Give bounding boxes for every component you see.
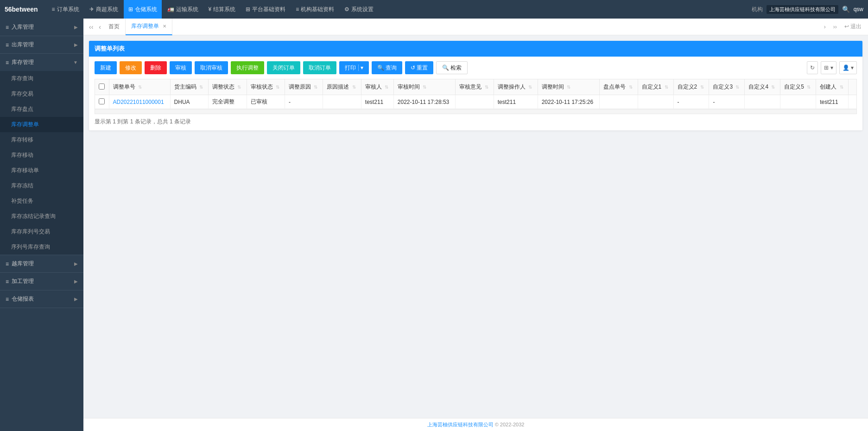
crossdock-group-icon: ≡	[6, 261, 9, 267]
nav-item-institution[interactable]: ≡ 机构基础资料	[291, 0, 339, 19]
td-count-order-no	[600, 95, 638, 109]
th-custom5[interactable]: 自定义5 ⇅	[780, 79, 816, 95]
sidebar-item-inventory-freeze[interactable]: 库存冻结	[0, 178, 83, 193]
query-button[interactable]: 🔍 查询	[372, 61, 402, 74]
table-header-row: 调整单号 ⇅ 货主编码 ⇅ 调整状态 ⇅	[95, 79, 856, 95]
delete-button[interactable]: 删除	[145, 61, 167, 74]
th-custom1[interactable]: 自定义1 ⇅	[638, 79, 673, 95]
td-approve-comment	[456, 95, 494, 109]
print-button[interactable]: 打印 ▾	[339, 61, 369, 74]
th-custom2[interactable]: 自定义2 ⇅	[673, 79, 709, 95]
execute-button[interactable]: 执行调整	[231, 61, 264, 74]
inventory-group-icon: ≡	[6, 59, 9, 66]
th-adjust-time[interactable]: 调整时间 ⇅	[538, 79, 599, 95]
th-approve-comment[interactable]: 审核意见 ⇅	[456, 79, 494, 95]
table-row: AD20221011000001 DHUA 完全调整 已审核 - test211…	[95, 95, 856, 109]
td-custom5	[780, 95, 816, 109]
sidebar-group-crossdock-header[interactable]: ≡ 越库管理 ▶	[0, 255, 83, 272]
reset-button[interactable]: ↺ 重置	[405, 61, 433, 74]
select-all-checkbox[interactable]	[99, 84, 105, 90]
nav-menus: ≡ 订单系统 ✈ 商超系统 ⊞ 仓储系统 🚛 运输系统 ¥ 结算系统 ⊞ 平台基…	[47, 0, 752, 19]
sidebar-group-inbound-header[interactable]: ≡ 入库管理 ▶	[0, 19, 83, 36]
reset-icon: ↺	[411, 64, 415, 71]
tab-nav-back[interactable]: ‹‹	[87, 22, 95, 32]
th-creator[interactable]: 创建人 ⇅	[816, 79, 849, 95]
inventory-group-items: 库存查询 库存交易 库存盘点 库存调整单 库存转移 库存移动 库存移动单 库存冻…	[0, 71, 83, 255]
sidebar-item-inventory-move[interactable]: 库存移动	[0, 148, 83, 163]
th-adjust-operator[interactable]: 调整操作人 ⇅	[494, 79, 538, 95]
sidebar-item-inventory-adjustment[interactable]: 库存调整单	[0, 117, 83, 132]
th-count-order-no[interactable]: 盘点单号 ⇅	[600, 79, 638, 95]
sidebar-item-serial-transaction[interactable]: 库存库列号交易	[0, 224, 83, 239]
footer-company-link[interactable]: 上海芸柚供应链科技有限公司	[427, 422, 494, 427]
sidebar-item-inventory-query[interactable]: 库存查询	[0, 71, 83, 86]
sidebar-item-freeze-record[interactable]: 库存冻结记录查询	[0, 209, 83, 224]
tab-adjustment[interactable]: 库存调整单 ✕	[126, 19, 172, 35]
data-table: 调整单号 ⇅ 货主编码 ⇅ 调整状态 ⇅	[95, 79, 856, 109]
processing-collapse-icon: ▶	[74, 279, 78, 284]
search-icon: 🔍	[377, 64, 384, 71]
sidebar-item-inventory-count[interactable]: 库存盘点	[0, 102, 83, 117]
sidebar-group-report-header[interactable]: ≡ 仓储报表 ▶	[0, 290, 83, 308]
sort-order-no-icon: ⇅	[138, 84, 142, 90]
sidebar-group-inventory-header[interactable]: ≡ 库存管理 ▼	[0, 54, 83, 71]
sort-adjust-operator-icon: ⇅	[528, 84, 532, 90]
nav-item-transport[interactable]: 🚛 运输系统	[163, 0, 203, 19]
sort-adjust-status-icon: ⇅	[237, 84, 241, 90]
tab-exit-button[interactable]: ↩ 退出	[842, 22, 864, 32]
settlement-icon: ¥	[209, 6, 212, 13]
th-order-no[interactable]: 调整单号 ⇅	[109, 79, 170, 95]
th-approver[interactable]: 审核人 ⇅	[361, 79, 393, 95]
row-checkbox[interactable]	[99, 98, 105, 104]
filter-icon: 🔍	[442, 64, 449, 71]
sidebar-group-outbound: ≡ 出库管理 ▶	[0, 36, 83, 54]
nav-item-system[interactable]: ⚙ 系统设置	[340, 0, 378, 19]
th-approve-status[interactable]: 审核状态 ⇅	[247, 79, 285, 95]
nav-item-order[interactable]: ≡ 订单系统	[47, 0, 84, 19]
sidebar-item-serial-query[interactable]: 序列号库存查询	[0, 239, 83, 255]
outbound-collapse-icon: ▶	[74, 42, 78, 47]
sidebar-group-processing-header[interactable]: ≡ 加工管理 ▶	[0, 273, 83, 290]
column-settings-button[interactable]: ⊞ ▾	[821, 61, 836, 74]
th-adjust-reason[interactable]: 调整原因 ⇅	[285, 79, 323, 95]
approve-button[interactable]: 审核	[170, 61, 192, 74]
sidebar-item-inventory-transaction[interactable]: 库存交易	[0, 86, 83, 102]
tab-nav-prev[interactable]: ‹	[97, 22, 103, 32]
sidebar-group-outbound-header[interactable]: ≡ 出库管理 ▶	[0, 36, 83, 53]
th-reason-desc[interactable]: 原因描述 ⇅	[323, 79, 361, 95]
td-adjust-reason: -	[285, 95, 323, 109]
tab-nav-next[interactable]: ›	[821, 23, 829, 31]
search-text-button[interactable]: 🔍 检索	[436, 61, 468, 74]
tab-nav-forward[interactable]: ››	[830, 23, 840, 31]
cancel-approve-button[interactable]: 取消审核	[195, 61, 228, 74]
nav-item-warehouse[interactable]: ⊞ 仓储系统	[124, 0, 162, 19]
warehouse-icon: ⊞	[128, 6, 133, 13]
th-custom3[interactable]: 自定义3 ⇅	[709, 79, 745, 95]
refresh-icon-button[interactable]: ↻	[807, 61, 818, 74]
edit-button[interactable]: 修改	[120, 61, 142, 74]
tab-close-icon[interactable]: ✕	[163, 24, 166, 29]
more-settings-button[interactable]: 👤 ▾	[839, 61, 857, 74]
sort-custom1-icon: ⇅	[665, 84, 668, 90]
global-search-button[interactable]: 🔍	[842, 6, 850, 13]
sidebar-item-replenishment[interactable]: 补货任务	[0, 193, 83, 209]
sidebar: ≡ 入库管理 ▶ ≡ 出库管理 ▶ ≡ 库存管理	[0, 19, 83, 431]
nav-item-settlement[interactable]: ¥ 结算系统	[204, 0, 241, 19]
sidebar-group-report: ≡ 仓储报表 ▶	[0, 290, 83, 308]
sidebar-item-inventory-move-order[interactable]: 库存移动单	[0, 163, 83, 178]
th-approve-time[interactable]: 审核时间 ⇅	[393, 79, 455, 95]
th-custom4[interactable]: 自定义4 ⇅	[745, 79, 780, 95]
cancel-order-button[interactable]: 取消订单	[303, 61, 336, 74]
table-scrollbar[interactable]	[95, 109, 856, 114]
sidebar-item-inventory-transfer[interactable]: 库存转移	[0, 132, 83, 148]
sidebar-group-processing: ≡ 加工管理 ▶	[0, 273, 83, 290]
th-adjust-status[interactable]: 调整状态 ⇅	[209, 79, 247, 95]
new-button[interactable]: 新建	[95, 61, 117, 74]
close-order-button[interactable]: 关闭订单	[267, 61, 300, 74]
nav-item-platform[interactable]: ⊞ 平台基础资料	[241, 0, 290, 19]
th-owner-code[interactable]: 货主编码 ⇅	[170, 79, 208, 95]
tab-home[interactable]: 首页	[103, 19, 126, 35]
nav-item-shop[interactable]: ✈ 商超系统	[85, 0, 123, 19]
page-area: 调整单列表 新建 修改 删除 审核 取消审核 执行调整 关闭订单 取消订单	[83, 35, 868, 418]
td-reason-desc	[323, 95, 361, 109]
